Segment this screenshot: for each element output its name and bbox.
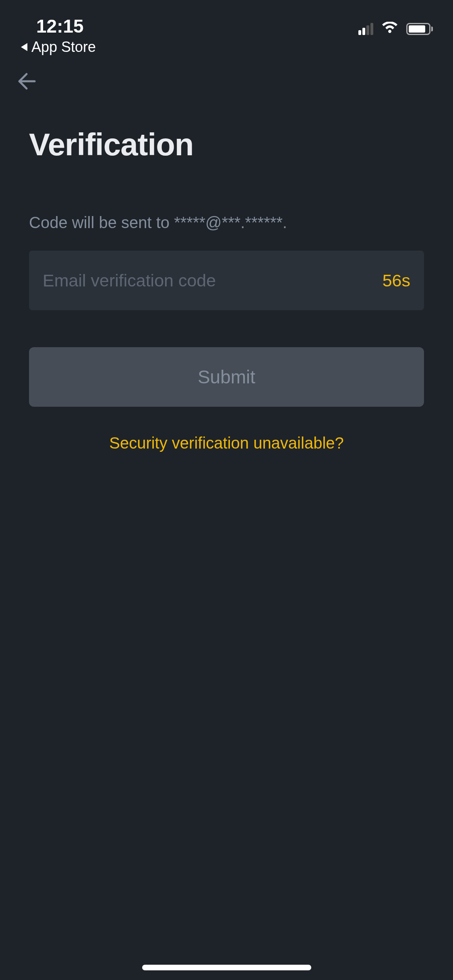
code-input-wrapper: 56s	[29, 251, 424, 310]
back-to-app-button[interactable]: App Store	[20, 39, 96, 56]
home-indicator[interactable]	[142, 965, 311, 970]
status-bar: 12:15 App Store	[0, 0, 453, 52]
security-unavailable-link[interactable]: Security verification unavailable?	[29, 434, 424, 452]
arrow-left-icon	[15, 70, 38, 93]
status-left: 12:15 App Store	[20, 15, 96, 56]
back-button[interactable]	[0, 52, 453, 94]
info-text: Code will be sent to *****@***.******.	[29, 211, 424, 234]
page-title: Verification	[29, 126, 424, 163]
status-right	[358, 15, 433, 36]
wifi-icon	[381, 22, 398, 36]
cellular-signal-icon	[358, 23, 373, 35]
submit-button[interactable]: Submit	[29, 347, 424, 407]
back-triangle-icon	[20, 42, 28, 52]
main-content: Verification Code will be sent to *****@…	[0, 94, 453, 452]
status-time: 12:15	[20, 15, 96, 37]
battery-icon	[406, 23, 433, 35]
back-to-app-label: App Store	[31, 39, 96, 56]
email-code-input[interactable]	[43, 271, 383, 290]
resend-countdown: 56s	[383, 271, 410, 290]
